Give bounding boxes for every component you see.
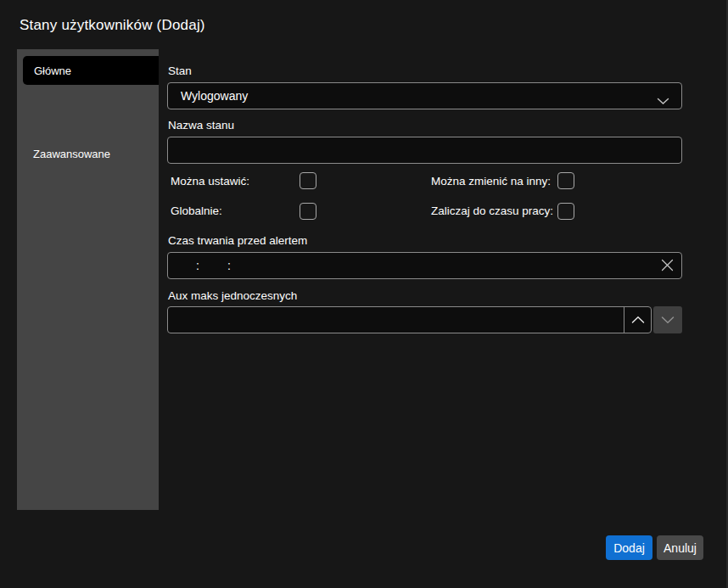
stan-label: Stan [168, 64, 192, 77]
add-user-state-dialog: Stany użytkowników (Dodaj) Główne Zaawan… [0, 0, 728, 588]
mozna-ustawic-checkbox[interactable] [300, 172, 316, 189]
stan-dropdown-value: Wylogowany [168, 89, 681, 103]
sidebar-tab-zaawansowane[interactable]: Zaawansowane [17, 139, 159, 168]
sidebar-tab-label: Główne [34, 64, 71, 77]
sidebar-tab-glowne[interactable]: Główne [23, 56, 159, 85]
cancel-button[interactable]: Anuluj [657, 535, 703, 560]
aux-maks-label: Aux maks jednoczesnych [168, 289, 297, 302]
czas-trwania-label: Czas trwania przed alertem [168, 234, 307, 247]
add-button[interactable]: Dodaj [606, 535, 652, 560]
time-separator: : [227, 259, 231, 272]
spinner-down-button[interactable] [653, 306, 682, 333]
globalnie-label: Globalnie: [171, 204, 222, 217]
zaliczaj-label: Zaliczaj do czasu pracy: [431, 204, 553, 217]
sidebar: Główne Zaawansowane [17, 49, 159, 510]
nazwa-stanu-input[interactable] [168, 137, 681, 163]
globalnie-checkbox[interactable] [300, 203, 316, 220]
aux-maks-input[interactable] [168, 307, 623, 333]
czas-trwania-field[interactable]: : : [167, 252, 682, 279]
chevron-down-icon [661, 314, 675, 327]
chevron-down-icon [657, 93, 669, 109]
mozna-zmienic-label: Można zmienić na inny: [431, 175, 551, 188]
chevron-up-icon [631, 314, 645, 327]
nazwa-stanu-field [167, 137, 682, 164]
nazwa-stanu-label: Nazwa stanu [168, 119, 234, 132]
dialog-title: Stany użytkowników (Dodaj) [20, 17, 205, 34]
mozna-zmienic-checkbox[interactable] [557, 172, 574, 189]
sidebar-tab-label: Zaawansowane [33, 148, 110, 160]
spinner-up-button[interactable] [624, 307, 651, 333]
stan-dropdown[interactable]: Wylogowany [167, 82, 682, 109]
zaliczaj-checkbox[interactable] [557, 203, 574, 220]
clear-time-button[interactable] [658, 257, 676, 276]
time-separator: : [196, 259, 199, 272]
aux-maks-field [167, 306, 652, 333]
clear-icon [661, 259, 674, 274]
mozna-ustawic-label: Można ustawić: [171, 175, 249, 188]
